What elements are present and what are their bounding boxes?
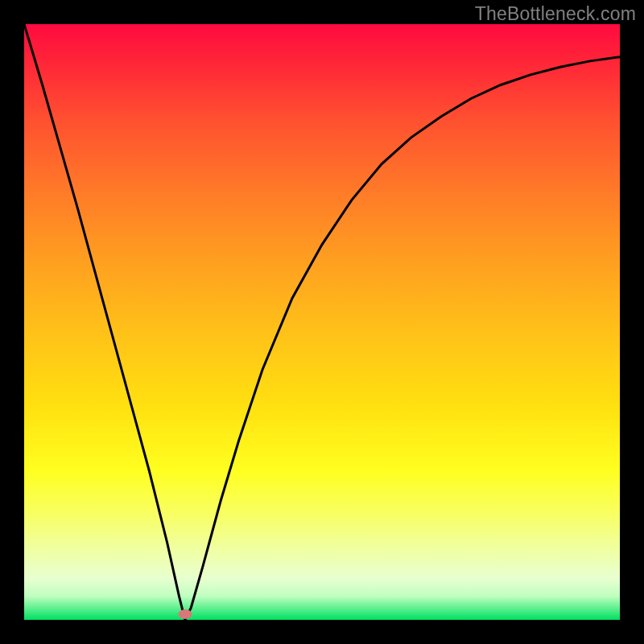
minimum-marker bbox=[178, 609, 192, 619]
bottleneck-curve bbox=[24, 24, 620, 620]
plot-area bbox=[24, 24, 620, 620]
watermark-text: TheBottleneck.com bbox=[475, 3, 636, 25]
chart-frame: TheBottleneck.com bbox=[0, 0, 644, 644]
curve-path bbox=[24, 24, 620, 620]
